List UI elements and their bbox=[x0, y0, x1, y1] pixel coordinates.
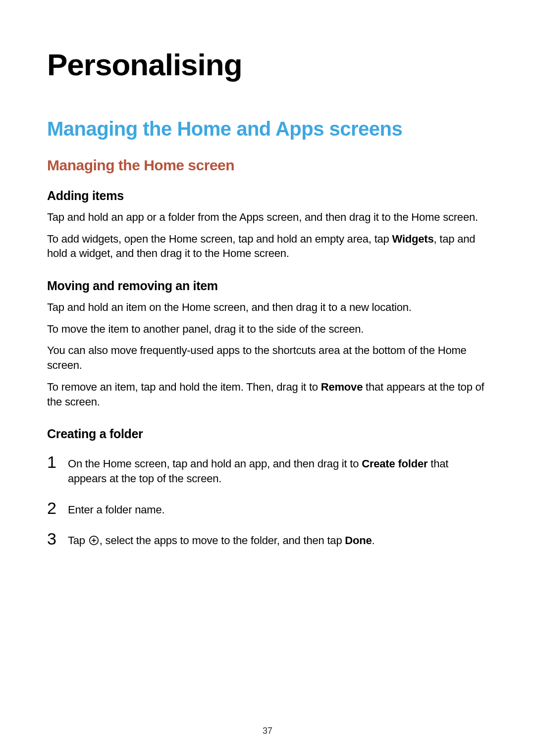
para-moving-2: To move the item to another panel, drag … bbox=[47, 322, 488, 337]
para-adding-2: To add widgets, open the Home screen, ta… bbox=[47, 232, 488, 261]
heading-adding-items: Adding items bbox=[47, 189, 488, 203]
text: To add widgets, open the Home screen, ta… bbox=[47, 233, 392, 245]
plus-circle-icon bbox=[89, 535, 99, 546]
text: Enter a folder name. bbox=[68, 504, 164, 516]
text: Tap bbox=[68, 534, 88, 547]
subsection-heading: Managing the Home screen bbox=[47, 157, 488, 174]
bold-widgets: Widgets bbox=[392, 233, 434, 245]
list-item: 1 On the Home screen, tap and hold an ap… bbox=[47, 455, 488, 486]
heading-moving: Moving and removing an item bbox=[47, 279, 488, 293]
list-item: 2 Enter a folder name. bbox=[47, 501, 488, 517]
list-body: On the Home screen, tap and hold an app,… bbox=[68, 455, 488, 486]
list-body: Enter a folder name. bbox=[68, 501, 164, 517]
ordered-list: 1 On the Home screen, tap and hold an ap… bbox=[47, 455, 488, 548]
page-title: Personalising bbox=[47, 47, 488, 82]
para-adding-1: Tap and hold an app or a folder from the… bbox=[47, 210, 488, 225]
page: Personalising Managing the Home and Apps… bbox=[0, 0, 535, 756]
text: On the Home screen, tap and hold an app,… bbox=[68, 457, 362, 470]
para-moving-4: To remove an item, tap and hold the item… bbox=[47, 380, 488, 409]
list-item: 3 Tap , select the apps to move to the f… bbox=[47, 532, 488, 548]
heading-creating-folder: Creating a folder bbox=[47, 427, 488, 441]
page-number: 37 bbox=[0, 726, 535, 736]
text: To remove an item, tap and hold the item… bbox=[47, 381, 321, 393]
para-moving-1: Tap and hold an item on the Home screen,… bbox=[47, 300, 488, 315]
bold-remove: Remove bbox=[321, 381, 363, 393]
list-number-1: 1 bbox=[47, 454, 68, 470]
list-number-3: 3 bbox=[47, 530, 68, 547]
text: . bbox=[372, 534, 375, 547]
list-number-2: 2 bbox=[47, 500, 68, 516]
bold-create-folder: Create folder bbox=[362, 457, 428, 470]
para-moving-3: You can also move frequently-used apps t… bbox=[47, 343, 488, 372]
list-body: Tap , select the apps to move to the fol… bbox=[68, 532, 374, 548]
text: , select the apps to move to the folder,… bbox=[100, 534, 345, 547]
bold-done: Done bbox=[345, 534, 372, 547]
section-heading: Managing the Home and Apps screens bbox=[47, 118, 488, 140]
